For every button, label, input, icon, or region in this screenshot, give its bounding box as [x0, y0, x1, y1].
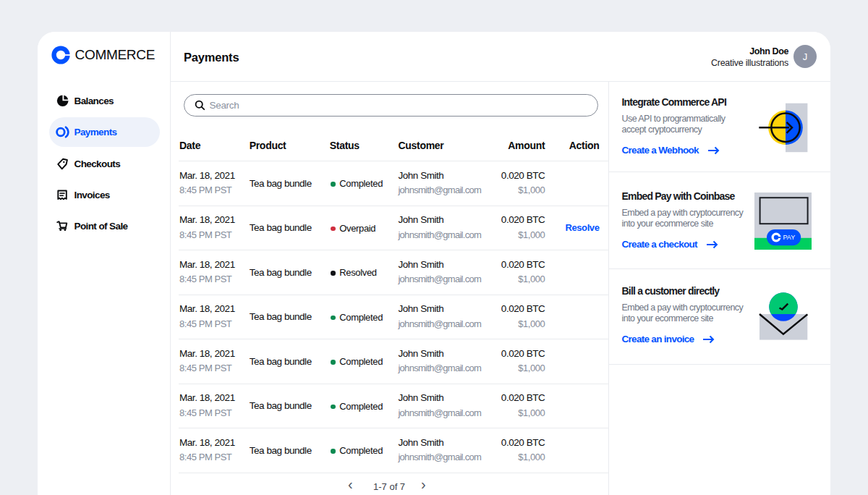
- svg-text:PAY: PAY: [783, 234, 796, 241]
